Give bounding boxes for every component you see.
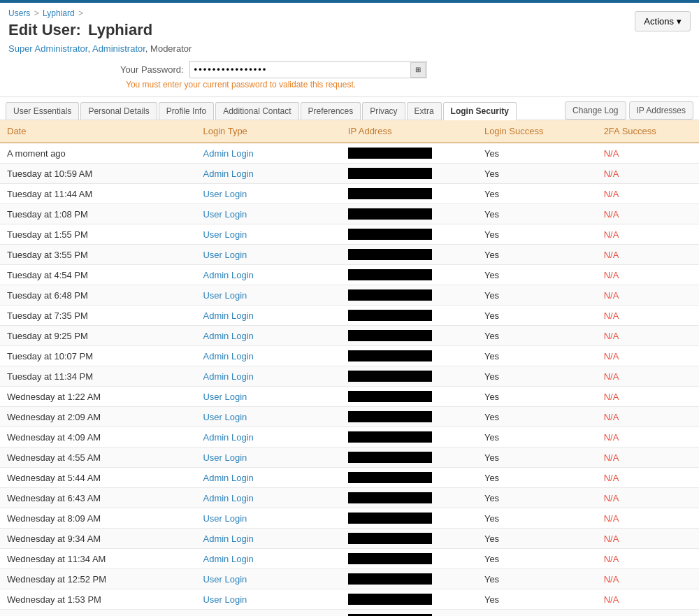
cell-date: Tuesday at 7:35 PM: [0, 306, 196, 326]
table-row: Tuesday at 7:35 PMAdmin Login YesN/A: [0, 306, 699, 326]
table-row: Tuesday at 11:44 AMUser Login YesN/A: [0, 184, 699, 204]
tab-additional-contact[interactable]: Additional Contact: [215, 102, 298, 120]
cell-ip: [341, 610, 477, 617]
cell-login-success: Yes: [477, 387, 597, 407]
cell-login-type: User Login: [196, 447, 340, 468]
cell-login-success: Yes: [477, 204, 597, 224]
cell-login-type: User Login: [196, 610, 340, 617]
cell-date: Tuesday at 10:07 PM: [0, 346, 196, 366]
cell-date: Wednesday at 2:09 AM: [0, 407, 196, 427]
table-row: Tuesday at 6:48 PMUser Login YesN/A: [0, 285, 699, 306]
breadcrumb-users-link[interactable]: Users: [8, 8, 30, 18]
page-title: Edit User: Lyphiard: [8, 21, 152, 39]
cell-ip: [341, 204, 477, 224]
table-row: Wednesday at 4:09 AMAdmin Login YesN/A: [0, 427, 699, 447]
tab-change-log[interactable]: Change Log: [565, 101, 626, 120]
table-row: Tuesday at 10:07 PMAdmin Login YesN/A: [0, 346, 699, 366]
table-row: Wednesday at 6:43 AMAdmin Login YesN/A: [0, 488, 699, 508]
cell-date: Wednesday at 6:43 AM: [0, 488, 196, 508]
tab-login-security[interactable]: Login Security: [443, 102, 517, 120]
cell-2fa-success: N/A: [597, 488, 699, 508]
cell-login-type: User Login: [196, 508, 340, 529]
cell-login-success: Yes: [477, 589, 597, 610]
cell-date: Tuesday at 1:08 PM: [0, 204, 196, 224]
cell-date: Tuesday at 3:55 PM: [0, 245, 196, 265]
cell-ip: [341, 306, 477, 326]
table-row: Tuesday at 9:25 PMAdmin Login YesN/A: [0, 326, 699, 346]
role-moderator: Moderator: [150, 43, 192, 54]
login-history-table-container: Date Login Type IP Address Login Success…: [0, 120, 699, 616]
cell-login-success: Yes: [477, 346, 597, 366]
cell-2fa-success: N/A: [597, 184, 699, 204]
cell-login-type: User Login: [196, 589, 340, 610]
cell-2fa-success: N/A: [597, 407, 699, 427]
table-row: Wednesday at 1:53 PMUser Login YesN/A: [0, 589, 699, 610]
tab-extra[interactable]: Extra: [407, 102, 442, 120]
cell-login-success: Yes: [477, 427, 597, 447]
table-row: Tuesday at 4:54 PMAdmin Login YesN/A: [0, 265, 699, 285]
cell-login-success: Yes: [477, 143, 597, 164]
tab-preferences[interactable]: Preferences: [301, 102, 361, 120]
cell-2fa-success: N/A: [597, 387, 699, 407]
tab-personal-details[interactable]: Personal Details: [80, 102, 157, 120]
cell-ip: [341, 265, 477, 285]
cell-2fa-success: N/A: [597, 549, 699, 569]
cell-login-type: User Login: [196, 407, 340, 427]
actions-label: Actions: [644, 16, 674, 27]
cell-date: Tuesday at 4:54 PM: [0, 265, 196, 285]
cell-date: Wednesday at 9:34 AM: [0, 529, 196, 549]
cell-ip: [341, 407, 477, 427]
cell-ip: [341, 387, 477, 407]
user-roles: Super Administrator, Administrator, Mode…: [8, 43, 192, 54]
cell-ip: [341, 366, 477, 387]
table-body: A moment agoAdmin Login YesN/ATuesday at…: [0, 143, 699, 616]
cell-ip: [341, 569, 477, 589]
cell-2fa-success: N/A: [597, 285, 699, 306]
cell-ip: [341, 143, 477, 164]
table-row: Wednesday at 2:09 AMUser Login YesN/A: [0, 407, 699, 427]
cell-date: Wednesday at 5:10 PM: [0, 610, 196, 617]
cell-2fa-success: N/A: [597, 143, 699, 164]
tab-user-essentials[interactable]: User Essentials: [6, 102, 79, 120]
cell-login-type: Admin Login: [196, 164, 340, 184]
cell-date: Wednesday at 4:55 AM: [0, 447, 196, 468]
tabs-row: User Essentials Personal Details Profile…: [0, 97, 699, 120]
password-hint: You must enter your current password to …: [126, 80, 691, 89]
cell-login-type: Admin Login: [196, 488, 340, 508]
cell-login-type: Admin Login: [196, 468, 340, 488]
cell-2fa-success: N/A: [597, 326, 699, 346]
cell-login-success: Yes: [477, 468, 597, 488]
table-row: Tuesday at 11:34 PMAdmin Login YesN/A: [0, 366, 699, 387]
role-super-admin[interactable]: Super Administrator: [8, 43, 87, 54]
cell-ip: [341, 326, 477, 346]
cell-2fa-success: N/A: [597, 447, 699, 468]
tab-profile-info[interactable]: Profile Info: [159, 102, 214, 120]
header-area: Users > Lyphiard > Edit User: Lyphiard S…: [0, 3, 699, 97]
actions-button[interactable]: Actions ▾: [635, 11, 691, 31]
tab-ip-addresses[interactable]: IP Addresses: [629, 101, 694, 120]
cell-date: A moment ago: [0, 143, 196, 164]
cell-2fa-success: N/A: [597, 508, 699, 529]
cell-2fa-success: N/A: [597, 346, 699, 366]
cell-date: Tuesday at 9:25 PM: [0, 326, 196, 346]
table-row: Wednesday at 5:10 PMUser Login YesN/A: [0, 610, 699, 617]
password-input[interactable]: [189, 61, 427, 78]
breadcrumb-username-link[interactable]: Lyphiard: [43, 8, 75, 18]
cell-login-type: User Login: [196, 285, 340, 306]
cell-date: Tuesday at 11:44 AM: [0, 184, 196, 204]
table-row: Wednesday at 4:55 AMUser Login YesN/A: [0, 447, 699, 468]
cell-login-success: Yes: [477, 224, 597, 245]
cell-login-success: Yes: [477, 265, 597, 285]
cell-login-success: Yes: [477, 447, 597, 468]
cell-date: Wednesday at 4:09 AM: [0, 427, 196, 447]
role-admin[interactable]: Administrator: [92, 43, 145, 54]
cell-ip: [341, 427, 477, 447]
password-toggle-icon[interactable]: ⊞: [410, 62, 426, 78]
cell-ip: [341, 529, 477, 549]
cell-login-success: Yes: [477, 285, 597, 306]
cell-login-success: Yes: [477, 245, 597, 265]
breadcrumb-sep2: >: [78, 8, 83, 18]
tab-privacy[interactable]: Privacy: [362, 102, 405, 120]
cell-login-success: Yes: [477, 488, 597, 508]
cell-ip: [341, 508, 477, 529]
